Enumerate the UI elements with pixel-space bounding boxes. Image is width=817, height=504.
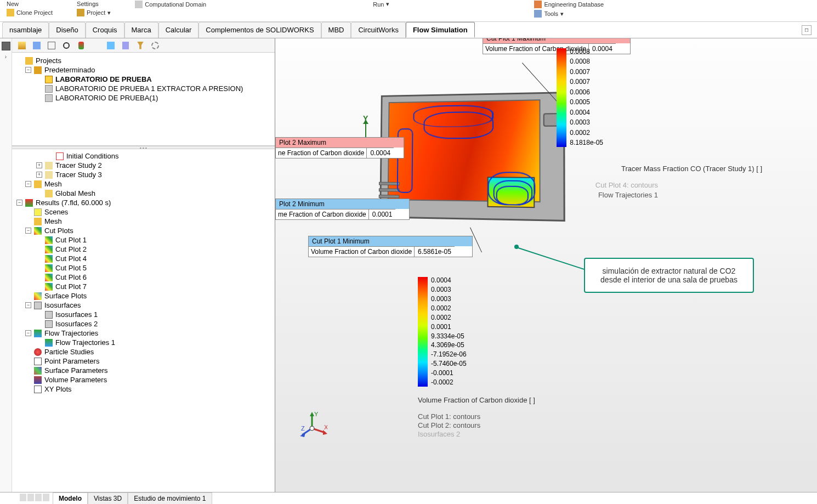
collapse-icon[interactable]: − — [25, 302, 31, 308]
ribbon-run[interactable]: Run ▾ — [372, 0, 390, 8]
expand-icon[interactable]: + — [36, 162, 42, 168]
tree-isosurfaces[interactable]: −Isosurfaces — [14, 301, 273, 310]
tree-xy-plots[interactable]: XY Plots — [14, 384, 273, 394]
tree-initial-conditions[interactable]: Initial Conditions — [14, 151, 273, 161]
annotation-box[interactable]: simulación de extractor natural de CO2 d… — [584, 258, 754, 293]
nav-first-icon[interactable] — [20, 494, 26, 501]
tree-tracer-2[interactable]: +Tracer Study 2 — [14, 161, 273, 170]
ribbon-top: New Clone Project Settings Project ▾ Com… — [0, 0, 817, 22]
btab-estudio-mov[interactable]: Estudio de movimiento 1 — [128, 492, 212, 504]
project-item-active[interactable]: LABORATORIO DE PRUEBA — [14, 75, 273, 84]
cutplot-icon — [45, 283, 53, 291]
tree-point-params[interactable]: Point Parameters — [14, 356, 273, 366]
view-triad[interactable]: Y X Z — [300, 411, 327, 438]
tab-circuitworks[interactable]: CircuitWorks — [351, 22, 405, 38]
ribbon-project[interactable]: Project ▾ — [76, 8, 112, 17]
tree-global-mesh[interactable]: Global Mesh — [14, 189, 273, 198]
rail-chevron[interactable]: › — [5, 54, 7, 60]
collapse-icon[interactable]: − — [25, 67, 31, 73]
nav-prev-icon[interactable] — [27, 494, 34, 501]
tb-list[interactable] — [30, 39, 43, 52]
tb-filter[interactable] — [134, 39, 147, 52]
results-icon — [25, 199, 33, 207]
cube-icon — [18, 42, 26, 49]
projects-root[interactable]: Projects — [14, 56, 273, 65]
tb-results[interactable] — [104, 39, 117, 52]
tb-light[interactable] — [75, 39, 88, 52]
tree-mesh[interactable]: −Mesh — [14, 179, 273, 189]
tb-props[interactable] — [45, 39, 58, 52]
callout-cutplot2-min[interactable]: Plot 2 Minimum me Fraction of Carbon dio… — [275, 199, 410, 220]
callout-label: me Fraction of Carbon dioxide — [276, 209, 369, 219]
project-item-3[interactable]: LABORATORIO DE PRUEBA(1) — [14, 93, 273, 103]
tree-flow-traj-1[interactable]: Flow Trajectories 1 — [14, 338, 273, 347]
ribbon-settings[interactable]: Settings — [76, 0, 100, 8]
tb-gear[interactable] — [149, 39, 162, 52]
tree-mesh2[interactable]: Mesh — [14, 217, 273, 226]
tree-tracer-3[interactable]: +Tracer Study 3 — [14, 170, 273, 179]
tree-cut-plot-5[interactable]: Cut Plot 5 — [14, 263, 273, 273]
cutplot-icon — [34, 227, 42, 235]
viewport-3d[interactable]: 🔍 ⌕ ◫ ◧ ◩ ◪ ◨ ✎ Y — [275, 38, 817, 493]
tb-feature-tree[interactable] — [15, 39, 29, 52]
nav-next-icon[interactable] — [35, 494, 42, 501]
tab-complementos[interactable]: Complementos de SOLIDWORKS — [198, 22, 321, 38]
btab-vistas-3d[interactable]: Vistas 3D — [88, 492, 128, 504]
tab-ensamblaje[interactable]: nsamblaje — [2, 22, 49, 38]
callout-header: Plot 2 Maximum — [276, 138, 404, 148]
project-icon — [45, 85, 53, 93]
projects-predeterminado[interactable]: − Predeterminado — [14, 65, 273, 75]
tree-cut-plot-6[interactable]: Cut Plot 6 — [14, 273, 273, 282]
tb-blank[interactable] — [89, 39, 103, 52]
tb-target[interactable] — [60, 39, 73, 52]
collapse-icon[interactable]: − — [16, 200, 22, 206]
rail-icon-1[interactable] — [2, 42, 10, 50]
tab-diseno[interactable]: Diseño — [49, 22, 85, 38]
project-icon — [45, 94, 53, 102]
tree-cut-plot-7[interactable]: Cut Plot 7 — [14, 282, 273, 291]
clone-icon — [7, 9, 14, 16]
tree-volume-params[interactable]: Volume Parameters — [14, 375, 273, 384]
tab-flow-simulation[interactable]: Flow Simulation — [406, 22, 475, 38]
nav-last-icon[interactable] — [43, 494, 49, 501]
project-item-2[interactable]: LABORATORIO DE PRUEBA 1 EXTRACTOR A PRES… — [14, 84, 273, 93]
tab-croquis[interactable]: Croquis — [86, 22, 124, 38]
collapse-icon[interactable]: − — [25, 181, 31, 187]
tb-flask[interactable] — [119, 39, 132, 52]
tab-help-icon[interactable]: □ — [802, 25, 812, 35]
domain-icon — [135, 1, 143, 8]
tree-results[interactable]: −Results (7.fld, 60.000 s) — [14, 198, 273, 207]
stoplight-icon — [78, 42, 84, 49]
tree-cut-plot-4[interactable]: Cut Plot 4 — [14, 254, 273, 263]
tree-cut-plots[interactable]: −Cut Plots — [14, 226, 273, 235]
callout-cutplot2-max[interactable]: Plot 2 Maximum ne Fraction of Carbon dio… — [275, 137, 404, 158]
ribbon-new[interactable]: New — [5, 0, 20, 8]
results-icon — [107, 42, 115, 49]
collapse-icon[interactable]: − — [25, 330, 31, 336]
list-icon — [33, 42, 41, 49]
btab-modelo[interactable]: Modelo — [53, 492, 88, 504]
collapse-icon[interactable]: − — [25, 228, 31, 234]
info-cutplot1: Cut Plot 1: contours — [418, 412, 480, 421]
ribbon-tools[interactable]: Tools ▾ — [533, 9, 565, 18]
tree-iso-1[interactable]: Isosurfaces 1 — [14, 310, 273, 319]
tree-surface-params[interactable]: Surface Parameters — [14, 366, 273, 375]
tab-calcular[interactable]: Calcular — [158, 22, 199, 38]
tree-scenes[interactable]: Scenes — [14, 207, 273, 217]
tree-iso-2[interactable]: Isosurfaces 2 — [14, 319, 273, 329]
tab-marca[interactable]: Marca — [124, 22, 158, 38]
tree-flow-trajectories[interactable]: −Flow Trajectories — [14, 329, 273, 338]
tree-cut-plot-1[interactable]: Cut Plot 1 — [14, 235, 273, 245]
tree-particle-studies[interactable]: Particle Studies — [14, 347, 273, 356]
bottom-tab-nav[interactable] — [16, 492, 53, 504]
callout-value: 6.5861e-05 — [415, 246, 455, 257]
tab-mbd[interactable]: MBD — [321, 22, 351, 38]
command-tabs: nsamblaje Diseño Croquis Marca Calcular … — [0, 22, 817, 38]
expand-icon[interactable]: + — [36, 172, 42, 178]
callout-cutplot1-min[interactable]: Cut Plot 1 Minimum Volume Fraction of Ca… — [308, 236, 473, 257]
cutplot-icon — [45, 246, 53, 253]
iso-icon — [45, 320, 53, 328]
tree-surface-plots[interactable]: Surface Plots — [14, 291, 273, 301]
ribbon-clone-project[interactable]: Clone Project — [5, 8, 54, 17]
tree-cut-plot-2[interactable]: Cut Plot 2 — [14, 245, 273, 254]
